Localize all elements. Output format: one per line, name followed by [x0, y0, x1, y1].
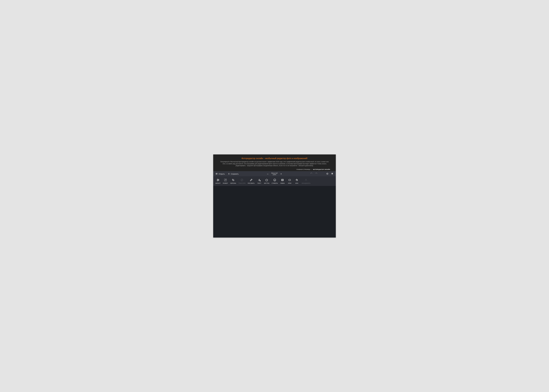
zoom-title: Масштаб	[271, 172, 278, 174]
svg-marker-19	[266, 179, 268, 181]
svg-point-11	[217, 181, 218, 181]
frame-icon	[281, 179, 284, 182]
svg-rect-2	[228, 174, 230, 174]
svg-point-9	[218, 180, 219, 180]
open-label: Открыть	[218, 173, 225, 175]
zoom-out-button[interactable]: –	[267, 173, 269, 175]
tool-label: РИСОВАТЬ	[248, 182, 254, 184]
svg-point-7	[217, 179, 218, 180]
download-icon	[228, 173, 230, 175]
pencil-icon	[250, 179, 253, 182]
crop-icon	[232, 179, 235, 182]
history-icon	[326, 173, 328, 175]
layers-icon	[331, 173, 333, 175]
svg-point-13	[241, 179, 243, 181]
breadcrumb: ГЛАВНАЯ СТРАНИЦА » ФОТОРЕДАКТОР ОНЛАЙН	[213, 167, 336, 171]
pentagon-icon	[265, 179, 268, 182]
tool-label: РАЗМЕР	[223, 182, 228, 184]
page-title: Фоторедактор онлайн - необычный редактор…	[219, 157, 330, 160]
app-window: Фоторедактор онлайн - необычный редактор…	[213, 154, 336, 238]
zoom-display: Масштаб 100%	[271, 172, 278, 176]
tool-resize[interactable]: РАЗМЕР	[222, 179, 229, 184]
tool-label: ФИЛЬТР	[215, 182, 220, 184]
svg-point-20	[274, 179, 276, 181]
tool-label: ТЕКСТ	[257, 182, 261, 184]
tool-text[interactable]: ТЕКСТ	[256, 179, 263, 184]
page-description: Популярный и бесплатный фоторедактор онл…	[219, 161, 330, 167]
svg-marker-5	[331, 174, 333, 175]
tool-corners[interactable]: КРАЯ	[286, 179, 293, 184]
layers-button[interactable]	[331, 173, 333, 175]
canvas-area[interactable]	[213, 186, 336, 238]
svg-point-21	[274, 180, 274, 180]
save-label: Сохранить	[231, 173, 239, 175]
svg-rect-24	[282, 180, 283, 181]
tool-label: РАМКА	[280, 182, 285, 184]
tool-shapes[interactable]: ФИГУРЫ	[263, 179, 270, 184]
zoom-in-button[interactable]: +	[280, 173, 282, 175]
sliders-icon	[217, 179, 219, 182]
breadcrumb-current: ФОТОРЕДАКТОР ОНЛАЙН	[313, 169, 330, 170]
tool-label: СТИКЕРЫ	[272, 182, 278, 184]
toolsbar: ФИЛЬТР РАЗМЕР ОБРЕЗКА	[213, 177, 336, 186]
tool-label: ТРАНСОРМ	[238, 182, 246, 184]
paint-bucket-icon	[295, 179, 298, 182]
save-button[interactable]: Сохранить	[228, 173, 239, 175]
undo-button[interactable]	[310, 173, 312, 175]
rounded-rect-icon	[288, 179, 291, 182]
intro-section: Фоторедактор онлайн - необычный редактор…	[213, 154, 336, 167]
tool-filter[interactable]: ФИЛЬТР	[214, 179, 222, 184]
breadcrumb-separator: »	[311, 169, 312, 170]
tool-background[interactable]: ФОН	[293, 179, 300, 184]
svg-rect-25	[289, 179, 291, 181]
image-icon	[216, 173, 218, 175]
smile-icon	[273, 179, 276, 182]
svg-point-1	[217, 173, 217, 174]
text-icon	[258, 179, 261, 182]
merge-icon	[304, 179, 307, 182]
tool-label: ОБРЕЗКА	[230, 182, 236, 184]
svg-point-22	[275, 180, 275, 180]
tool-draw[interactable]: РИСОВАТЬ	[246, 179, 256, 184]
breadcrumb-home[interactable]: ГЛАВНАЯ СТРАНИЦА	[296, 169, 310, 170]
tool-merge: ОБЪЕДИНИТЬ	[300, 179, 312, 184]
tool-label: КРАЯ	[288, 182, 291, 184]
history-button[interactable]	[326, 173, 328, 175]
resize-icon	[224, 179, 227, 182]
refresh-icon	[240, 179, 243, 182]
topbar: Открыть Сохранить – Масштаб 100% +	[213, 171, 336, 177]
open-button[interactable]: Открыть	[216, 173, 225, 175]
tool-label: ФОН	[296, 182, 298, 184]
tool-stickers[interactable]: СТИКЕРЫ	[270, 179, 279, 184]
tool-label: ФИГУРЫ	[264, 182, 269, 184]
zoom-value: 100%	[271, 174, 278, 175]
tool-transform: ТРАНСОРМ	[237, 179, 246, 184]
redo-button[interactable]	[315, 173, 317, 175]
redo-icon	[315, 173, 317, 175]
tool-crop[interactable]: ОБРЕЗКА	[229, 179, 237, 184]
undo-icon	[310, 173, 312, 175]
tool-frame[interactable]: РАМКА	[279, 179, 286, 184]
tool-label: ОБЪЕДИНИТЬ	[302, 182, 310, 184]
